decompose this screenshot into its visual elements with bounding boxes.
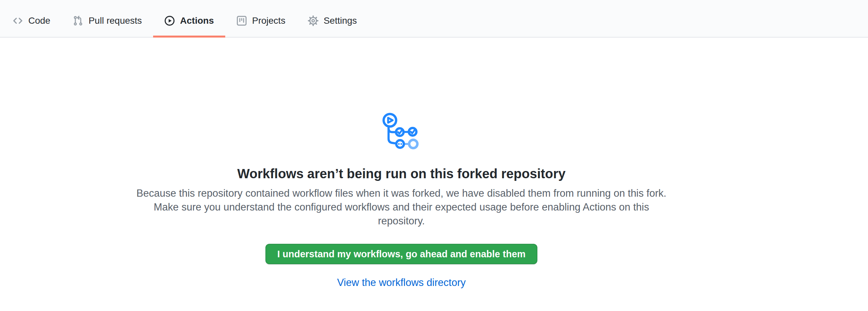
play-icon — [164, 15, 175, 26]
workflow-graph-icon — [382, 111, 421, 150]
tab-actions[interactable]: Actions — [153, 0, 225, 37]
enable-workflows-button[interactable]: I understand my workflows, go ahead and … — [266, 244, 537, 264]
tab-label: Actions — [180, 16, 214, 25]
tab-settings[interactable]: Settings — [297, 0, 368, 37]
blankslate-description: Because this repository contained workfl… — [133, 186, 670, 228]
view-workflows-row: View the workflows directory — [0, 277, 803, 289]
tab-label: Settings — [324, 16, 357, 25]
project-icon — [237, 15, 247, 26]
blankslate-title: Workflows aren’t being run on this forke… — [0, 165, 803, 182]
tab-pull-requests[interactable]: Pull requests — [62, 0, 153, 37]
enable-button-row: I understand my workflows, go ahead and … — [0, 228, 803, 264]
gear-icon — [308, 15, 318, 26]
main-content: Workflows aren’t being run on this forke… — [0, 37, 803, 289]
repo-tab-bar: Code Pull requests Actions — [0, 0, 868, 37]
tab-label: Pull requests — [89, 16, 142, 25]
tab-label: Code — [28, 16, 51, 25]
pull-request-icon — [73, 15, 83, 26]
code-icon — [12, 15, 23, 26]
tab-projects[interactable]: Projects — [225, 0, 297, 37]
actions-disabled-blankslate: Workflows aren’t being run on this forke… — [0, 37, 803, 289]
tab-label: Projects — [252, 16, 285, 25]
tab-code[interactable]: Code — [1, 0, 62, 37]
view-workflows-link[interactable]: View the workflows directory — [337, 277, 466, 288]
